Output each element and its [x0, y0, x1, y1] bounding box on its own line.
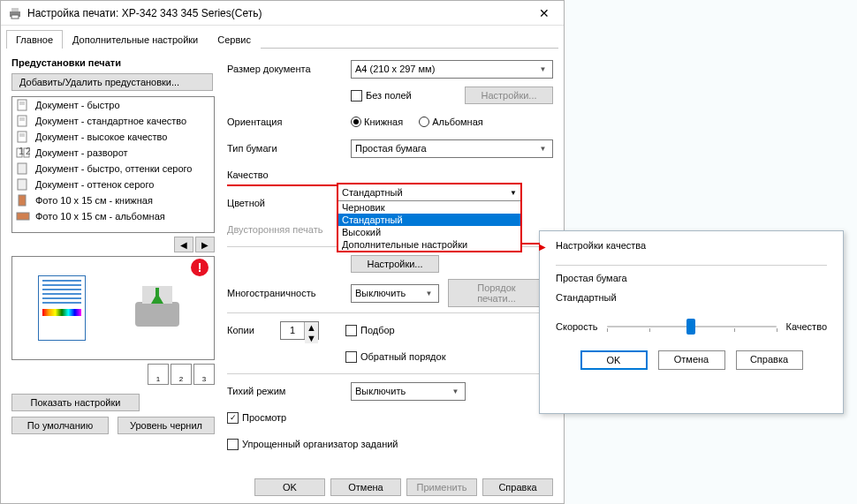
preset-nav: ◀ ▶ [11, 237, 215, 252]
popup-cancel-button[interactable]: Отмена [658, 350, 725, 370]
chevron-down-icon: ▼ [448, 383, 463, 400]
orientation-label: Ориентация [227, 117, 351, 127]
tab-additional[interactable]: Дополнительные настройки [63, 30, 208, 49]
preview-checkbox[interactable]: ✓ [227, 412, 239, 424]
borderless-checkbox[interactable] [351, 90, 362, 102]
printer-icon [8, 7, 22, 19]
dialog-buttons: OK Отмена Применить Справка [254, 478, 553, 496]
add-remove-presets-button[interactable]: Добавить/Удалить предустановки... [11, 73, 213, 91]
ink-levels-button[interactable]: Уровень чернил [118, 417, 215, 434]
presets-title: Предустановки печати [11, 57, 215, 68]
duplex-label: Двусторонняя печать [227, 224, 351, 235]
svg-rect-1 [11, 8, 19, 11]
show-settings-button[interactable]: Показать настройки [11, 394, 140, 411]
preset-next-button[interactable]: ▶ [195, 237, 215, 252]
preset-item[interactable]: Документ - стандартное качество [12, 113, 214, 129]
spin-up-icon[interactable]: ▲ [305, 322, 318, 333]
doc-icon [16, 131, 30, 143]
left-column: Предустановки печати Добавить/Удалить пр… [11, 57, 215, 459]
quality-option[interactable]: Высокий [338, 226, 520, 238]
tab-bar: Главное Дополнительные настройки Сервис [6, 29, 558, 49]
page-order-button: Порядок печати... [448, 279, 545, 307]
preset-item[interactable]: Документ - высокое качество [12, 129, 214, 145]
svg-rect-23 [155, 288, 159, 297]
popup-paper-label: Простая бумага [556, 273, 827, 283]
copies-label: Копии [227, 325, 280, 335]
page-number-icons: 1 2 3 [11, 364, 215, 385]
content-area: Предустановки печати Добавить/Удалить пр… [1, 49, 564, 464]
tab-main[interactable]: Главное [6, 30, 63, 49]
doc-gray-icon [16, 178, 30, 191]
quality-dropdown-header[interactable]: Стандартный▼ [338, 184, 520, 201]
copies-spinner[interactable]: ▲▼ [280, 321, 319, 340]
help-button[interactable]: Справка [482, 478, 553, 496]
quiet-select[interactable]: Выключить▼ [351, 382, 466, 401]
right-column: Размер документа A4 (210 x 297 мм)▼ Без … [227, 57, 553, 459]
cancel-button[interactable]: Отмена [330, 478, 401, 496]
chevron-down-icon: ▼ [421, 285, 436, 302]
svg-rect-19 [17, 213, 29, 220]
color-label: Цветной [227, 198, 351, 208]
slider-speed-label: Скорость [556, 321, 598, 332]
borderless-label: Без полей [366, 90, 412, 101]
paper-type-select[interactable]: Простая бумага▼ [351, 139, 553, 158]
popup-help-button[interactable]: Справка [736, 350, 803, 370]
doc-gray-icon [16, 162, 30, 175]
svg-rect-16 [18, 163, 27, 174]
spin-down-icon[interactable]: ▼ [305, 333, 318, 343]
preset-item[interactable]: Документ - быстро [12, 97, 214, 113]
paper-type-label: Тип бумаги [227, 143, 351, 154]
chevron-down-icon: ▼ [535, 140, 550, 157]
apply-button: Применить [406, 478, 477, 496]
preset-item[interactable]: Фото 10 x 15 см - книжная [12, 192, 214, 208]
tab-service[interactable]: Сервис [208, 30, 261, 49]
duplex-settings-button[interactable]: Настройки... [351, 255, 439, 273]
quality-slider[interactable] [607, 319, 777, 335]
left-buttons: Показать настройки По умолчанию Уровень … [11, 394, 215, 434]
preset-item[interactable]: Документ - быстро, оттенки серого [12, 161, 214, 177]
simplified-checkbox[interactable] [227, 439, 239, 450]
quality-settings-popup: ▶ Настройки качества Простая бумага Стан… [539, 230, 844, 414]
quality-option[interactable]: Дополнительные настройки [338, 238, 520, 251]
arrow-right-icon: ▶ [539, 242, 546, 252]
svg-rect-9 [18, 132, 27, 142]
orientation-portrait-radio[interactable] [351, 117, 361, 127]
preset-item[interactable]: Фото 10 x 15 см - альбомная [12, 208, 214, 224]
preset-item[interactable]: Документ - оттенок серого [12, 177, 214, 192]
quality-highlight-line [227, 184, 351, 186]
quality-label: Качество [227, 169, 351, 180]
borderless-settings-button: Настройки... [465, 87, 553, 104]
preview-box: ! [11, 256, 215, 360]
defaults-button[interactable]: По умолчанию [11, 417, 109, 434]
chevron-down-icon: ▼ [535, 61, 550, 78]
window-title: Настройка печати: XP-342 343 345 Series(… [27, 7, 532, 19]
reverse-checkbox[interactable] [345, 351, 357, 363]
slider-thumb[interactable] [686, 319, 695, 335]
printer-preview-icon [126, 277, 188, 339]
svg-rect-6 [18, 116, 27, 126]
orientation-landscape-radio[interactable] [419, 117, 429, 127]
close-button[interactable]: ✕ [532, 6, 557, 20]
popup-title: Настройки качества [556, 240, 646, 251]
titlebar: Настройка печати: XP-342 343 345 Series(… [1, 1, 564, 26]
quality-dropdown-open[interactable]: Стандартный▼ Черновик Стандартный Высоки… [337, 183, 522, 252]
spread-icon: 12 [16, 147, 30, 159]
photo-portrait-icon [16, 194, 30, 207]
quality-option[interactable]: Стандартный [338, 214, 520, 226]
multipage-select[interactable]: Выключить▼ [351, 284, 439, 303]
chevron-down-icon: ▼ [510, 189, 517, 197]
preset-item[interactable]: 12Документ - разворот [12, 145, 214, 161]
doc-size-select[interactable]: A4 (210 x 297 мм)▼ [351, 60, 553, 79]
ok-button[interactable]: OK [254, 478, 325, 496]
preset-prev-button[interactable]: ◀ [174, 237, 193, 252]
preset-list[interactable]: Документ - быстро Документ - стандартное… [11, 96, 215, 233]
collate-checkbox[interactable] [345, 325, 357, 336]
popup-ok-button[interactable]: OK [580, 350, 648, 370]
copies-input[interactable] [281, 322, 304, 339]
page-icon: 1 [148, 364, 169, 385]
page-icon: 3 [193, 364, 215, 385]
page-icon: 2 [171, 364, 192, 385]
quality-option[interactable]: Черновик [338, 201, 520, 214]
doc-icon [16, 115, 30, 127]
svg-text:1: 1 [19, 147, 24, 156]
